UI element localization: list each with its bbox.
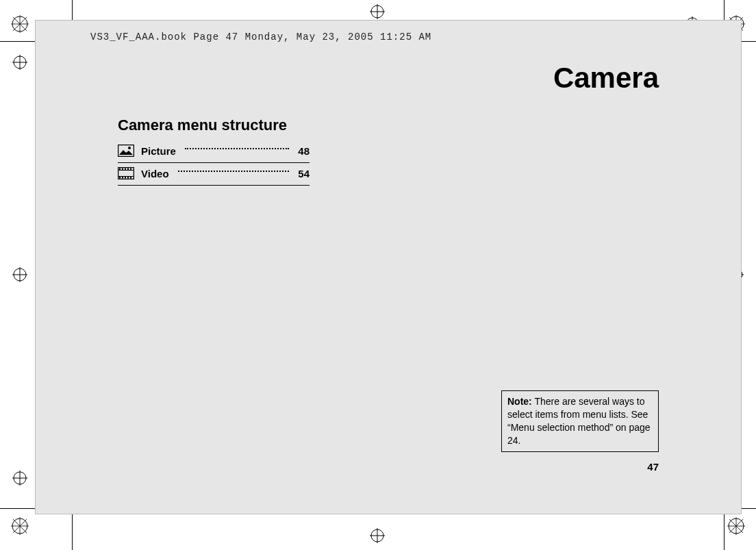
svg-rect-47: [122, 168, 123, 171]
video-icon: [118, 167, 134, 179]
svg-point-42: [128, 147, 131, 149]
note-box: Note: There are several ways to select i…: [501, 390, 659, 452]
crop-target-icon: [12, 267, 27, 285]
svg-rect-49: [127, 168, 129, 171]
toc-leader-dots: [185, 148, 289, 149]
section-heading: Camera menu structure: [118, 116, 287, 134]
toc-label: Picture: [141, 145, 176, 157]
toc-row-picture: Picture 48: [118, 140, 310, 163]
crop-target-icon: [370, 528, 385, 546]
toc-leader-dots: [178, 171, 290, 172]
svg-rect-52: [122, 177, 123, 179]
page-body: VS3_VF_AAA.book Page 47 Monday, May 23, …: [36, 21, 741, 514]
svg-rect-55: [130, 177, 131, 179]
crop-target-icon: [12, 471, 27, 488]
toc-list: Picture 48 Video 54: [118, 140, 310, 186]
toc-row-video: Video 54: [118, 163, 310, 186]
registration-mark-icon: [727, 517, 745, 535]
picture-icon: [118, 145, 134, 157]
page-title: Camera: [553, 62, 659, 95]
svg-rect-50: [130, 168, 131, 171]
toc-label: Video: [141, 168, 169, 179]
crop-target-icon: [12, 55, 27, 73]
toc-page-ref: 48: [298, 145, 310, 157]
registration-mark-icon: [11, 15, 29, 33]
svg-rect-54: [127, 177, 129, 179]
note-prefix: Note:: [507, 396, 532, 407]
running-header: VS3_VF_AAA.book Page 47 Monday, May 23, …: [90, 32, 431, 42]
toc-page-ref: 54: [298, 168, 310, 179]
svg-rect-53: [125, 177, 126, 179]
crop-target-icon: [370, 4, 385, 22]
registration-mark-icon: [11, 517, 29, 535]
svg-rect-48: [125, 168, 126, 171]
content-area: Camera Camera menu structure Picture 48 …: [118, 62, 659, 473]
svg-rect-51: [119, 177, 121, 179]
svg-rect-46: [119, 168, 121, 171]
page-number: 47: [647, 461, 659, 473]
